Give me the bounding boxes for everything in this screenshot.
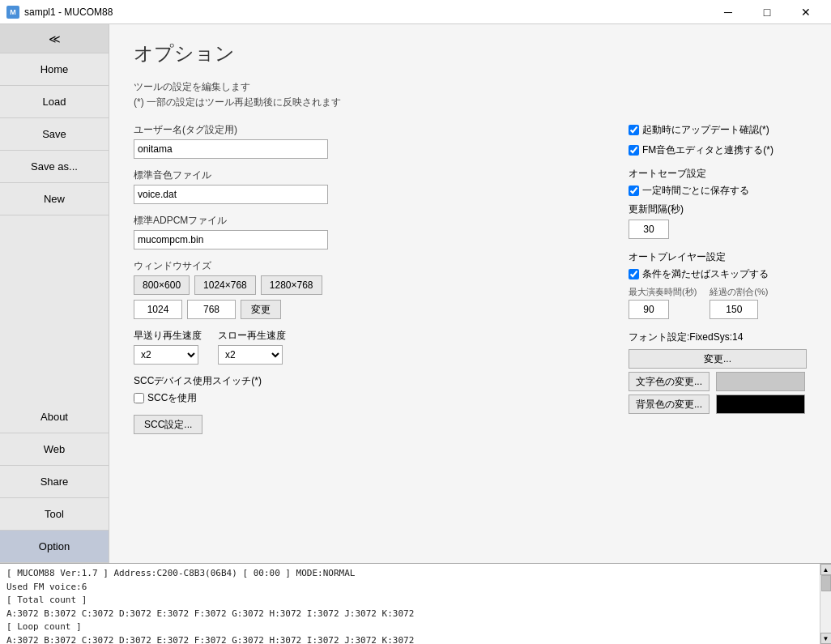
text-color-button[interactable]: 文字色の変更...	[629, 372, 710, 391]
sidebar-item-save-as[interactable]: Save as...	[0, 151, 109, 183]
collapse-icon: ≪	[49, 32, 61, 45]
update-check-checkbox[interactable]	[629, 125, 639, 135]
max-time-label: 最大演奏時間(秒)	[629, 286, 697, 298]
update-interval-input[interactable]	[629, 220, 669, 239]
desc-line2: (*) 一部の設定はツール再起動後に反映されます	[134, 95, 807, 110]
bg-color-row: 背景色の変更...	[629, 395, 807, 414]
scroll-track	[820, 575, 831, 633]
font-change-button[interactable]: 変更...	[629, 349, 807, 369]
status-line5: [ Loop count ]	[6, 621, 813, 634]
bg-color-button[interactable]: 背景色の変更...	[629, 395, 710, 414]
fm-link-checkbox[interactable]	[629, 145, 639, 156]
scroll-down-arrow[interactable]: ▼	[820, 633, 832, 644]
username-label: ユーザー名(タグ設定用)	[134, 123, 596, 137]
options-right: 起動時にアップデート確認(*) FM音色エディタと連携する(*) オートセーブ設…	[629, 123, 807, 434]
status-line2: Used FM voice:6	[6, 581, 813, 595]
sidebar-item-share[interactable]: Share	[0, 466, 109, 498]
autosave-inputs: 更新間隔(秒)	[629, 203, 807, 216]
size-1024-button[interactable]: 1024×768	[194, 275, 256, 295]
status-line4: A:3072 B:3072 C:3072 D:3072 E:3072 F:307…	[6, 608, 813, 621]
app-icon: M	[6, 6, 19, 19]
autoplayer-skip-label: 条件を満たせばスキップする	[642, 267, 769, 281]
window-size-presets: 800×600 1024×768 1280×768	[134, 275, 596, 295]
window-size-label: ウィンドウサイズ	[134, 259, 596, 273]
fm-link-label: FM音色エディタと連携する(*)	[642, 143, 773, 157]
autoplayer-inputs-row: 最大演奏時間(秒) 経過の割合(%)	[629, 286, 807, 319]
height-input[interactable]	[187, 300, 236, 319]
status-line6: A:3072 B:3072 C:3072 D:3072 E:3072 F:307…	[6, 634, 813, 645]
adpcm-file-label: 標準ADPCMファイル	[134, 214, 596, 228]
sidebar-item-new[interactable]: New	[0, 183, 109, 215]
autoplayer-title: オートプレイヤー設定	[629, 250, 807, 264]
size-change-button[interactable]: 変更	[241, 300, 281, 319]
statusbar-text: [ MUCOM88 Ver:1.7 ] Address:C200-C8B3(06…	[0, 564, 820, 644]
sidebar: ≪ Home Load Save Save as... New About We…	[0, 24, 109, 563]
minimize-button[interactable]: ─	[710, 0, 747, 24]
autoplayer-skip-checkbox[interactable]	[629, 269, 639, 279]
statusbar: [ MUCOM88 Ver:1.7 ] Address:C200-C8B3(06…	[0, 563, 831, 644]
fast-speed-select[interactable]: x2 x3 x4	[134, 345, 198, 365]
scc-checkbox-label: SCCを使用	[147, 391, 197, 405]
sidebar-item-tool[interactable]: Tool	[0, 498, 109, 531]
scroll-up-arrow[interactable]: ▲	[820, 564, 832, 575]
sidebar-item-web[interactable]: Web	[0, 433, 109, 466]
username-input[interactable]	[134, 139, 328, 159]
update-interval-label: 更新間隔(秒)	[629, 203, 684, 216]
adpcm-file-input[interactable]	[134, 230, 328, 249]
voice-file-label: 標準音色ファイル	[134, 168, 596, 182]
size-1280-button[interactable]: 1280×768	[261, 275, 322, 295]
voice-file-group: 標準音色ファイル	[134, 168, 596, 204]
slow-speed-label: スロー再生速度	[218, 329, 286, 343]
update-check-label: 起動時にアップデート確認(*)	[642, 123, 769, 137]
close-button[interactable]: ✕	[787, 0, 825, 24]
update-interval-value-row	[629, 220, 807, 239]
content-area: オプション ツールの設定を編集します (*) 一部の設定はツール再起動後に反映さ…	[109, 24, 831, 563]
update-check-row: 起動時にアップデート確認(*)	[629, 123, 807, 137]
titlebar-left: M sampl1 - MUCOM88	[6, 6, 113, 19]
slow-speed-select[interactable]: x2 x3 x4	[218, 345, 283, 365]
sidebar-item-load[interactable]: Load	[0, 86, 109, 118]
scc-checkbox[interactable]	[134, 393, 144, 403]
autosave-section: オートセーブ設定 一定時間ごとに保存する 更新間隔(秒)	[629, 167, 807, 239]
window-size-group: ウィンドウサイズ 800×600 1024×768 1280×768 変更	[134, 259, 596, 319]
autosave-interval-label: 一定時間ごとに保存する	[642, 184, 749, 198]
fast-speed-group: 早送り再生速度 x2 x3 x4	[134, 329, 202, 365]
slow-speed-group: スロー再生速度 x2 x3 x4	[218, 329, 286, 365]
status-line1: [ MUCOM88 Ver:1.7 ] Address:C200-C8B3(06…	[6, 567, 813, 581]
autoplayer-skip-row: 条件を満たせばスキップする	[629, 267, 807, 281]
custom-size-row: 変更	[134, 300, 596, 319]
desc-line1: ツールの設定を編集します	[134, 79, 807, 95]
elapsed-input[interactable]	[710, 300, 758, 319]
titlebar: M sampl1 - MUCOM88 ─ □ ✕	[0, 0, 831, 24]
scc-title: SCCデバイス使用スイッチ(*)	[134, 374, 596, 388]
sidebar-collapse-button[interactable]: ≪	[0, 24, 109, 53]
autosave-title: オートセーブ設定	[629, 167, 807, 181]
autosave-checkbox[interactable]	[629, 186, 639, 196]
scc-section: SCCデバイス使用スイッチ(*) SCCを使用 SCC設定...	[134, 374, 596, 434]
text-color-row: 文字色の変更...	[629, 372, 807, 391]
size-800-button[interactable]: 800×600	[134, 275, 190, 295]
width-input[interactable]	[134, 300, 182, 319]
sidebar-item-option[interactable]: Option	[0, 531, 109, 563]
window-title: sampl1 - MUCOM88	[24, 6, 113, 18]
max-time-group: 最大演奏時間(秒)	[629, 286, 697, 319]
sidebar-spacer	[0, 215, 109, 401]
bg-color-preview	[716, 395, 805, 414]
autoplayer-section: オートプレイヤー設定 条件を満たせばスキップする 最大演奏時間(秒) 経過の割合…	[629, 250, 807, 319]
font-section: フォント設定:FixedSys:14 変更... 文字色の変更... 背景色の変…	[629, 331, 807, 414]
voice-file-input[interactable]	[134, 185, 328, 204]
maximize-button[interactable]: □	[748, 0, 786, 24]
statusbar-scrollbar: ▲ ▼	[820, 564, 831, 644]
scroll-thumb[interactable]	[821, 575, 831, 591]
sidebar-item-save[interactable]: Save	[0, 118, 109, 151]
fast-speed-label: 早送り再生速度	[134, 329, 202, 343]
font-title: フォント設定:FixedSys:14	[629, 331, 807, 344]
scc-settings-button[interactable]: SCC設定...	[134, 415, 202, 434]
max-time-input[interactable]	[629, 300, 669, 319]
options-left: ユーザー名(タグ設定用) 標準音色ファイル 標準ADPCMファイル ウィンドウサ…	[134, 123, 596, 434]
page-title: オプション	[134, 41, 807, 66]
sidebar-item-about[interactable]: About	[0, 401, 109, 433]
sidebar-item-home[interactable]: Home	[0, 53, 109, 86]
fm-link-row: FM音色エディタと連携する(*)	[629, 143, 807, 157]
main-layout: ≪ Home Load Save Save as... New About We…	[0, 24, 831, 563]
